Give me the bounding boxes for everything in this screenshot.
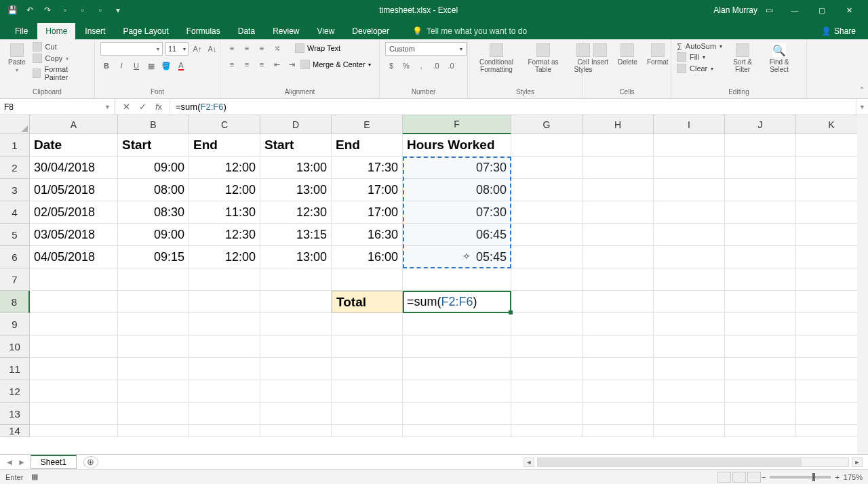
decrease-indent-icon[interactable]: ⇤ — [271, 58, 283, 70]
scroll-left-icon[interactable]: ◄ — [524, 458, 534, 467]
cell[interactable] — [725, 268, 796, 291]
cut-button[interactable]: Cut — [33, 42, 89, 52]
insert-cells-button[interactable]: Insert — [589, 42, 611, 67]
cell[interactable] — [725, 179, 796, 201]
header-cell[interactable]: Date — [30, 134, 118, 157]
autosum-button[interactable]: ∑AutoSum▾ — [677, 42, 722, 50]
cell[interactable]: 12:30 — [260, 201, 332, 224]
cell[interactable] — [511, 201, 583, 224]
cell[interactable] — [725, 224, 796, 246]
cell[interactable] — [725, 403, 796, 425]
clear-button[interactable]: Clear▾ — [677, 64, 722, 73]
cancel-formula-icon[interactable]: ✕ — [119, 102, 133, 112]
cell[interactable] — [260, 403, 332, 425]
page-break-view-button[interactable] — [747, 472, 761, 483]
cell[interactable] — [30, 268, 118, 291]
cell[interactable] — [403, 336, 511, 358]
cell[interactable] — [260, 380, 332, 403]
zoom-slider[interactable] — [770, 476, 831, 479]
cell[interactable] — [332, 336, 403, 358]
align-right-icon[interactable]: ≡ — [256, 58, 268, 70]
cell[interactable] — [260, 268, 332, 291]
decrease-font-icon[interactable]: A↓ — [206, 43, 218, 55]
cell[interactable] — [583, 336, 654, 358]
align-left-icon[interactable]: ≡ — [226, 58, 238, 70]
bold-button[interactable]: B — [100, 60, 113, 72]
row-header[interactable]: 9 — [0, 313, 30, 336]
cell[interactable] — [583, 246, 654, 268]
cell[interactable] — [654, 134, 725, 157]
cell[interactable]: 11:30 — [189, 201, 260, 224]
cell[interactable] — [189, 291, 260, 313]
cell[interactable] — [725, 336, 796, 358]
name-box[interactable]: F8▼ — [0, 99, 115, 115]
cell[interactable] — [654, 336, 725, 358]
cell[interactable] — [511, 134, 583, 157]
header-cell[interactable]: End — [332, 134, 403, 157]
cell[interactable]: 05:45 — [403, 246, 511, 268]
cell[interactable] — [30, 380, 118, 403]
cell[interactable] — [118, 380, 189, 403]
cell[interactable] — [511, 313, 583, 336]
prev-sheet-icon[interactable]: ◄ — [5, 458, 14, 467]
cell[interactable] — [725, 134, 796, 157]
tab-view[interactable]: View — [309, 23, 343, 39]
cell[interactable]: 12:00 — [189, 157, 260, 179]
header-cell[interactable]: Start — [118, 134, 189, 157]
cell[interactable] — [260, 291, 332, 313]
cell[interactable] — [583, 201, 654, 224]
cell[interactable] — [511, 380, 583, 403]
row-header[interactable]: 1 — [0, 134, 30, 157]
cell[interactable]: 09:00 — [118, 224, 189, 246]
column-header[interactable]: F — [403, 115, 511, 134]
border-button[interactable]: ▦ — [145, 60, 157, 72]
cell[interactable] — [30, 291, 118, 313]
cell[interactable] — [583, 268, 654, 291]
tab-developer[interactable]: Developer — [344, 23, 397, 39]
cell[interactable] — [511, 179, 583, 201]
cell[interactable] — [654, 291, 725, 313]
row-header[interactable]: 7 — [0, 268, 30, 291]
cell[interactable]: 16:00 — [332, 246, 403, 268]
column-header[interactable]: H — [583, 115, 654, 134]
column-header[interactable]: B — [118, 115, 189, 134]
cell[interactable]: 16:30 — [332, 224, 403, 246]
cell[interactable] — [725, 425, 796, 437]
tab-review[interactable]: Review — [264, 23, 307, 39]
cell[interactable] — [403, 425, 511, 437]
cell[interactable] — [332, 358, 403, 380]
column-header[interactable]: E — [332, 115, 403, 134]
align-top-icon[interactable]: ≡ — [226, 42, 238, 54]
cell[interactable]: 08:30 — [118, 201, 189, 224]
tab-home[interactable]: Home — [37, 23, 75, 39]
increase-decimal-icon[interactable]: .0 — [430, 60, 442, 72]
align-center-icon[interactable]: ≡ — [241, 58, 253, 70]
tab-formulas[interactable]: Formulas — [178, 23, 229, 39]
vertical-scrollbar[interactable] — [857, 115, 868, 454]
cell[interactable] — [725, 380, 796, 403]
format-painter-button[interactable]: Format Painter — [33, 65, 89, 81]
orientation-icon[interactable]: ⤭ — [271, 42, 283, 54]
font-family-select[interactable]: ▾ — [100, 42, 163, 56]
cell[interactable] — [583, 224, 654, 246]
row-header[interactable]: 3 — [0, 179, 30, 201]
cell[interactable] — [403, 380, 511, 403]
qat-icon[interactable]: ▫ — [60, 5, 71, 16]
cell[interactable] — [30, 358, 118, 380]
cell[interactable]: 17:30 — [332, 157, 403, 179]
cell[interactable] — [583, 313, 654, 336]
cell[interactable]: 06:45 — [403, 224, 511, 246]
tab-file[interactable]: File — [7, 23, 36, 39]
header-cell[interactable]: Start — [260, 134, 332, 157]
cell[interactable]: Total — [332, 291, 403, 313]
cell[interactable] — [260, 336, 332, 358]
cell[interactable] — [511, 425, 583, 437]
currency-icon[interactable]: $ — [385, 60, 397, 72]
row-header[interactable]: 14 — [0, 425, 30, 437]
ribbon-display-icon[interactable]: ▭ — [766, 5, 773, 15]
undo-icon[interactable]: ↶ — [24, 5, 35, 16]
cell[interactable] — [725, 313, 796, 336]
cell[interactable] — [583, 134, 654, 157]
new-sheet-button[interactable]: ⊕ — [83, 456, 98, 468]
cell[interactable] — [511, 157, 583, 179]
